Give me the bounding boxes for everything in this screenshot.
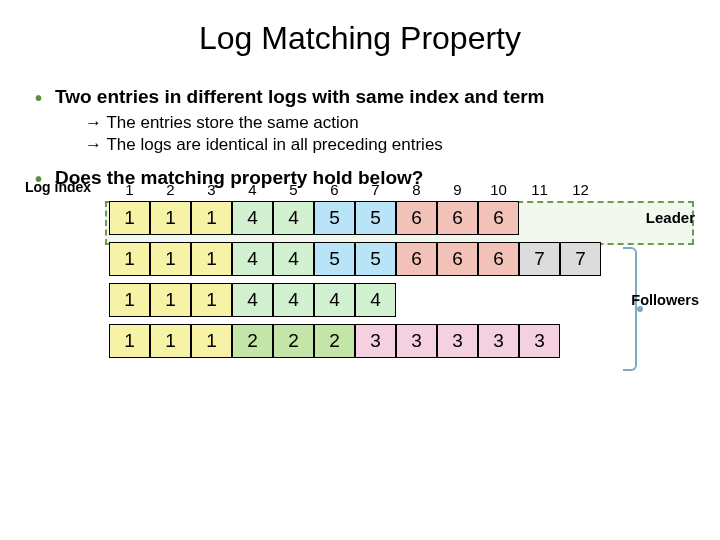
log-cell: 4 — [314, 283, 355, 317]
log-cell: 3 — [519, 324, 560, 358]
log-cell: 1 — [191, 324, 232, 358]
log-cell: 6 — [437, 201, 478, 235]
bullet-1: Two entries in different logs with same … — [25, 85, 695, 156]
log-cell: 4 — [355, 283, 396, 317]
log-index-label: Log index — [25, 179, 91, 195]
index-6: 6 — [314, 181, 355, 198]
page-title: Log Matching Property — [25, 20, 695, 57]
log-diagram: Log index 1 2 3 4 5 6 7 8 9 10 11 12 Lea… — [25, 179, 695, 358]
leader-row: 1114455666 — [109, 201, 695, 235]
log-cell: 1 — [150, 324, 191, 358]
log-cell: 6 — [478, 242, 519, 276]
bullet-1-text: Two entries in different logs with same … — [55, 86, 545, 107]
index-row: 1 2 3 4 5 6 7 8 9 10 11 12 — [109, 179, 695, 201]
log-cell: 1 — [150, 201, 191, 235]
index-2: 2 — [150, 181, 191, 198]
log-cell: 5 — [314, 242, 355, 276]
log-cell: 7 — [519, 242, 560, 276]
index-5: 5 — [273, 181, 314, 198]
log-cell: 1 — [150, 242, 191, 276]
index-4: 4 — [232, 181, 273, 198]
index-12: 12 — [560, 181, 601, 198]
log-cell: 6 — [396, 242, 437, 276]
sub-list-1: → The entries store the same action → Th… — [55, 112, 695, 156]
index-10: 10 — [478, 181, 519, 198]
log-cell: 1 — [150, 283, 191, 317]
log-cell: 1 — [109, 283, 150, 317]
index-1: 1 — [109, 181, 150, 198]
log-cell: 3 — [478, 324, 519, 358]
log-cell: 1 — [191, 283, 232, 317]
sub-1: → The entries store the same action — [85, 112, 695, 134]
log-cell: 4 — [273, 283, 314, 317]
log-cell: 2 — [273, 324, 314, 358]
log-cell: 1 — [109, 324, 150, 358]
log-cell: 5 — [314, 201, 355, 235]
log-cell: 5 — [355, 242, 396, 276]
sub-2: → The logs are identical in all precedin… — [85, 134, 695, 156]
log-cell: 6 — [478, 201, 519, 235]
log-cell: 1 — [109, 242, 150, 276]
log-cell: 4 — [232, 201, 273, 235]
log-cell: 1 — [191, 242, 232, 276]
index-9: 9 — [437, 181, 478, 198]
log-cell: 6 — [437, 242, 478, 276]
log-cell: 3 — [396, 324, 437, 358]
log-rows: 1114455666111445566677111444411122233333 — [109, 201, 695, 358]
index-3: 3 — [191, 181, 232, 198]
log-cell: 2 — [232, 324, 273, 358]
log-cell: 4 — [232, 242, 273, 276]
follower-row: 111445566677 — [109, 242, 695, 276]
log-cell: 3 — [355, 324, 396, 358]
log-cell: 1 — [109, 201, 150, 235]
log-cell: 1 — [191, 201, 232, 235]
log-cell: 7 — [560, 242, 601, 276]
follower-row: 11122233333 — [109, 324, 695, 358]
log-cell: 5 — [355, 201, 396, 235]
bullet-list: Two entries in different logs with same … — [25, 85, 695, 191]
log-cell: 4 — [232, 283, 273, 317]
index-8: 8 — [396, 181, 437, 198]
log-cell: 4 — [273, 201, 314, 235]
log-cell: 6 — [396, 201, 437, 235]
follower-row: 1114444 — [109, 283, 695, 317]
index-11: 11 — [519, 181, 560, 198]
index-7: 7 — [355, 181, 396, 198]
log-cell: 4 — [273, 242, 314, 276]
log-cell: 2 — [314, 324, 355, 358]
log-cell: 3 — [437, 324, 478, 358]
